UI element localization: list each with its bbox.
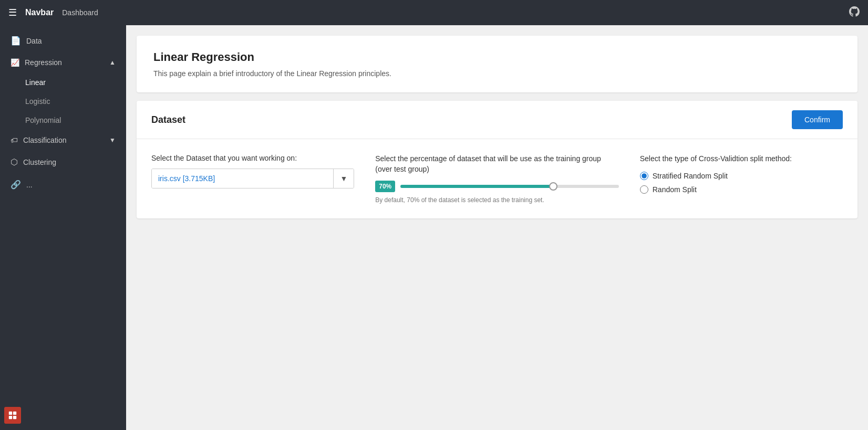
- slider-column: Select the percentage of dataset that wi…: [375, 154, 619, 204]
- sidebar-item-more[interactable]: 🔗 ...: [0, 173, 126, 196]
- dataset-select-column: Select the Dataset that you want working…: [151, 154, 354, 188]
- navbar: ☰ Navbar Dashboard: [0, 0, 868, 25]
- dataset-card-header: Dataset Confirm: [137, 101, 857, 139]
- sidebar-sub-linear[interactable]: Linear: [0, 73, 126, 92]
- svg-rect-2: [9, 416, 12, 419]
- clustering-icon: ⬡: [11, 157, 18, 167]
- slider-track-wrapper: 70%: [375, 181, 619, 192]
- sidebar-classification-label: Classification: [23, 136, 66, 144]
- content-area: Linear Regression This page explain a br…: [126, 25, 868, 430]
- github-icon[interactable]: [849, 6, 860, 19]
- navbar-title: Navbar: [25, 8, 54, 17]
- sidebar-sub-logistic[interactable]: Logistic: [0, 92, 126, 111]
- sidebar-item-clustering[interactable]: ⬡ Clustering: [0, 151, 126, 173]
- slider-hint: By default, 70% of the dataset is select…: [375, 196, 619, 204]
- page-title: Linear Regression: [153, 50, 841, 64]
- dataset-card: Dataset Confirm Select the Dataset that …: [137, 101, 857, 218]
- slider-track[interactable]: [400, 185, 618, 188]
- polynomial-label: Polynomial: [25, 116, 61, 124]
- dataset-selected-value: iris.csv [3.715KB]: [152, 169, 333, 188]
- chevron-up-icon: ▲: [109, 59, 116, 66]
- sidebar-item-data[interactable]: 📄 Data: [0, 29, 126, 52]
- slider-label: Select the percentage of dataset that wi…: [375, 154, 619, 174]
- header-card: Linear Regression This page explain a br…: [137, 36, 857, 92]
- dataset-select-wrapper: iris.csv [3.715KB] ▼: [151, 169, 354, 188]
- sidebar-clustering-label: Clustering: [23, 158, 56, 166]
- page-subtitle: This page explain a brief introductory o…: [153, 69, 841, 78]
- classification-icon: 🏷: [11, 136, 18, 144]
- radio-random-label: Random Split: [653, 185, 697, 194]
- radio-input-stratified[interactable]: [640, 172, 648, 180]
- sidebar: 📄 Data 📈 Regression ▲ Linear Logistic Po…: [0, 25, 126, 430]
- sidebar-more-label: ...: [26, 181, 33, 189]
- regression-icon: 📈: [11, 58, 19, 67]
- radio-column: Select the type of Cross-Validtion split…: [640, 154, 843, 199]
- slider-fill: [400, 185, 553, 188]
- confirm-button[interactable]: Confirm: [792, 110, 843, 129]
- link-icon: 🔗: [11, 180, 21, 190]
- sidebar-sub-polynomial[interactable]: Polynomial: [0, 111, 126, 130]
- svg-rect-3: [13, 416, 16, 419]
- sidebar-regression-label: Regression: [25, 58, 62, 67]
- svg-rect-1: [13, 412, 16, 415]
- radio-stratified-label: Stratified Random Split: [653, 172, 728, 180]
- svg-rect-0: [9, 412, 12, 415]
- dataset-card-title: Dataset: [151, 114, 185, 125]
- bottom-corner-icon: [4, 407, 21, 424]
- linear-label: Linear: [25, 78, 46, 87]
- radio-label: Select the type of Cross-Validtion split…: [640, 154, 843, 164]
- slider-thumb[interactable]: [549, 182, 557, 191]
- sidebar-data-label: Data: [26, 37, 42, 45]
- chevron-down-icon: ▼: [109, 137, 116, 144]
- data-icon: 📄: [11, 36, 21, 46]
- radio-option-random[interactable]: Random Split: [640, 185, 843, 194]
- radio-input-random[interactable]: [640, 185, 648, 194]
- dataset-dropdown-button[interactable]: ▼: [333, 169, 354, 188]
- logistic-label: Logistic: [25, 97, 50, 106]
- navbar-dashboard[interactable]: Dashboard: [62, 8, 98, 17]
- slider-value-badge: 70%: [375, 181, 395, 192]
- sidebar-section-classification[interactable]: 🏷 Classification ▼: [0, 130, 126, 151]
- hamburger-icon[interactable]: ☰: [8, 7, 17, 18]
- sidebar-section-regression[interactable]: 📈 Regression ▲: [0, 52, 126, 73]
- radio-option-stratified[interactable]: Stratified Random Split: [640, 172, 843, 180]
- dataset-card-body: Select the Dataset that you want working…: [137, 139, 857, 218]
- dataset-select-label: Select the Dataset that you want working…: [151, 154, 354, 162]
